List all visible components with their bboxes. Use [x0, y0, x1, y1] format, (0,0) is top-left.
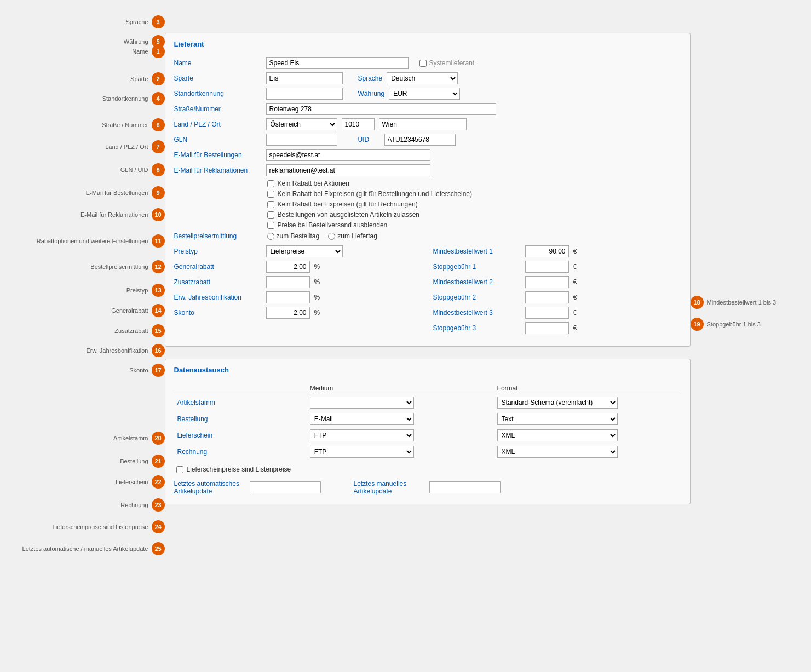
- uid-label: UID: [358, 136, 380, 143]
- land-select[interactable]: Österreich Deutschland: [266, 118, 337, 130]
- last-auto-input[interactable]: [250, 481, 321, 493]
- bestellungen-ausgelistet-checkbox[interactable]: [267, 211, 274, 219]
- standortkennung-input[interactable]: [266, 88, 343, 100]
- generalrabatt-input[interactable]: [266, 261, 310, 273]
- email-bestellungen-input[interactable]: [266, 149, 430, 161]
- da-bestellung-medium-cell: E-Mail FTP: [307, 411, 478, 427]
- lieferschein-format-select[interactable]: XML Text Standard-Schema (vereinfacht): [497, 429, 618, 441]
- name-input[interactable]: [266, 57, 409, 69]
- stoppgebuehr2-input[interactable]: [525, 291, 569, 303]
- strasse-label: Straße/Nummer: [174, 105, 262, 113]
- jahresbonifikation-row: Erw. Jahresbonifikation %: [174, 291, 422, 303]
- name-label: Name: [174, 59, 262, 67]
- preistyp-select[interactable]: Lieferpreise Einkaufspreise: [266, 245, 343, 257]
- uid-input[interactable]: [384, 134, 456, 146]
- preistyp-label: Preistyp: [174, 248, 262, 255]
- annotation-16: Erw. Jahresbonifikation 16: [86, 344, 164, 357]
- jahresbonifikation-label: Erw. Jahresbonifikation: [174, 294, 262, 301]
- da-col-medium: Medium: [307, 383, 478, 394]
- systemlieferant-label: Systemlieferant: [429, 59, 475, 67]
- radio-liefertag-input[interactable]: [328, 233, 335, 240]
- preise-ausblenden-checkbox[interactable]: [267, 222, 274, 229]
- table-row: Lieferschein E-Mail FTP XML: [174, 427, 681, 444]
- kein-rabatt-fixpreise-bestellungen-checkbox[interactable]: [267, 191, 274, 198]
- mindestbestellwert2-unit: €: [573, 278, 577, 286]
- da-col-row: [174, 383, 307, 394]
- artikelstamm-medium-select[interactable]: E-Mail FTP: [310, 397, 414, 409]
- name-row: Name Systemlieferant: [174, 57, 681, 69]
- stoppgebuehr3-label: Stoppgebühr 3: [433, 324, 521, 332]
- annotation-8: GLN / UID 8: [120, 163, 165, 176]
- sparte-label: Sparte: [174, 74, 262, 82]
- gln-input[interactable]: [266, 134, 337, 146]
- stoppgebuehr1-input[interactable]: [525, 261, 569, 273]
- rechnung-medium-select[interactable]: E-Mail FTP: [310, 446, 414, 458]
- stoppgebuehr3-row: Stoppgebühr 3 €: [433, 322, 681, 334]
- kein-rabatt-fixpreise-rechnungen-checkbox[interactable]: [267, 201, 274, 208]
- skonto-row: Skonto %: [174, 307, 422, 319]
- last-manual-input[interactable]: [429, 481, 501, 493]
- ort-input[interactable]: [379, 118, 467, 130]
- skonto-label: Skonto: [174, 309, 262, 317]
- mindestbestellwert3-row: Mindestbestellwert 3 €: [433, 307, 681, 319]
- zusatzrabatt-row: Zusatzrabatt %: [174, 276, 422, 288]
- mindestbestellwert3-unit: €: [573, 309, 577, 317]
- rechnung-format-select[interactable]: XML Text Standard-Schema (vereinfacht): [497, 446, 618, 458]
- da-col-format: Format: [494, 383, 681, 394]
- land-row: Land / PLZ / Ort Österreich Deutschland: [174, 118, 681, 130]
- mindestbestellwert2-input[interactable]: [525, 276, 569, 288]
- annotation-24: Lieferscheinpreise sind Listenpreise 24: [53, 520, 165, 533]
- da-artikelstamm-label: Artikelstamm: [174, 394, 307, 411]
- systemlieferant-checkbox[interactable]: [419, 60, 427, 67]
- kein-rabatt-aktionen-checkbox[interactable]: [267, 180, 274, 187]
- skonto-unit: %: [314, 309, 320, 317]
- radio-bestelltag-input[interactable]: [267, 233, 274, 240]
- sprache-select[interactable]: Deutsch Englisch: [387, 72, 458, 84]
- mindestbestellwert2-row: Mindestbestellwert 2 €: [433, 276, 681, 288]
- sprache-label: Sprache: [358, 74, 383, 82]
- sparte-input[interactable]: [266, 72, 343, 84]
- annotation-21: Bestellung 21: [120, 455, 164, 468]
- standortkennung-label: Standortkennung: [174, 90, 262, 97]
- bestellung-format-select[interactable]: Text XML Standard-Schema (vereinfacht): [497, 413, 618, 425]
- strasse-input[interactable]: [266, 103, 496, 115]
- annotation-4: Standortkennung 4: [102, 92, 165, 105]
- bestellung-medium-select[interactable]: E-Mail FTP: [310, 413, 414, 425]
- email-reklamationen-input[interactable]: [266, 164, 430, 176]
- stoppgebuehr3-input[interactable]: [525, 322, 569, 334]
- standortkennung-waehrung-row: Standortkennung Währung EUR USD: [174, 88, 681, 100]
- annotation-2: Sparte 2: [130, 72, 164, 85]
- lieferschein-medium-select[interactable]: E-Mail FTP: [310, 429, 414, 441]
- last-update-row: Letztes automatisches Artikelupdate Letz…: [174, 480, 681, 495]
- radio-liefertag[interactable]: zum Liefertag: [328, 232, 377, 240]
- skonto-input[interactable]: [266, 307, 310, 319]
- annotation-3: Sprache 3: [126, 15, 165, 28]
- stoppgebuehr2-label: Stoppgebühr 2: [433, 294, 521, 301]
- datenaustausch-section: Datenaustausch Medium Format Artikelstam…: [165, 359, 691, 504]
- bestellpreisermittlung-radio-group: zum Bestelltag zum Liefertag: [267, 232, 377, 240]
- jahresbonifikation-input[interactable]: [266, 291, 310, 303]
- strasse-row: Straße/Nummer: [174, 103, 681, 115]
- generalrabatt-label: Generalrabatt: [174, 263, 262, 271]
- land-label: Land / PLZ / Ort: [174, 120, 262, 128]
- listenpreise-label: Lieferscheinpreise sind Listenpreise: [187, 466, 291, 473]
- zusatzrabatt-input[interactable]: [266, 276, 310, 288]
- bestellungen-ausgelistet-label: Bestellungen von ausgelisteten Artikeln …: [278, 211, 420, 219]
- lieferant-title: Lieferant: [174, 40, 681, 50]
- stoppgebuehr2-row: Stoppgebühr 2 €: [433, 291, 681, 303]
- checkbox-row-3: Kein Rabatt bei Fixpreisen (gilt für Rec…: [174, 200, 681, 208]
- generalrabatt-row: Generalrabatt %: [174, 261, 422, 273]
- waehrung-select[interactable]: EUR USD: [389, 88, 460, 100]
- annotation-12: Bestellpreisermittlung 12: [90, 260, 164, 273]
- listenpreise-checkbox[interactable]: [176, 466, 183, 473]
- radio-liefertag-label: zum Liefertag: [337, 232, 377, 240]
- table-row: Artikelstamm E-Mail FTP Standard-Schem: [174, 394, 681, 411]
- radio-bestelltag[interactable]: zum Bestelltag: [267, 232, 320, 240]
- mindestbestellwert1-label: Mindestbestellwert 1: [433, 248, 521, 255]
- gln-uid-row: GLN UID: [174, 134, 681, 146]
- mindestbestellwert1-input[interactable]: [525, 245, 569, 257]
- plz-input[interactable]: [342, 118, 375, 130]
- annotation-17: Skonto 17: [129, 364, 164, 377]
- artikelstamm-format-select[interactable]: Standard-Schema (vereinfacht) XML Text: [497, 397, 618, 409]
- mindestbestellwert3-input[interactable]: [525, 307, 569, 319]
